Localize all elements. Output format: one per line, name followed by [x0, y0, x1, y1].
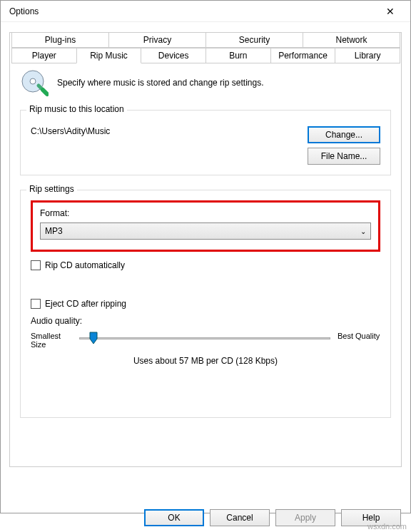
checkbox-icon — [31, 260, 41, 270]
quality-slider[interactable] — [79, 334, 330, 346]
dialog-buttons: OK Cancel Apply Help — [144, 509, 401, 526]
window-title: Options — [6, 6, 376, 16]
header-text: Specify where music is stored and change… — [57, 78, 263, 88]
ok-button[interactable]: OK — [144, 509, 204, 526]
title-bar: Options ✕ — [1, 1, 410, 22]
rip-auto-label: Rip CD automatically — [45, 260, 125, 270]
location-fieldset: Rip music to this location C:\Users\Adit… — [20, 110, 391, 175]
tab-player[interactable]: Player — [11, 48, 77, 63]
format-highlight: Format: MP3 ⌄ — [31, 200, 380, 252]
tab-row-front: Player Rip Music Devices Burn Performanc… — [11, 48, 400, 63]
tab-security[interactable]: Security — [206, 32, 303, 48]
tab-burn[interactable]: Burn — [206, 48, 271, 63]
checkbox-icon — [31, 299, 41, 309]
smallest-label: Smallest Size — [31, 332, 72, 349]
location-path: C:\Users\Adity\Music — [31, 126, 110, 136]
apply-button[interactable]: Apply — [275, 509, 335, 526]
tab-privacy[interactable]: Privacy — [108, 32, 206, 48]
rip-icon — [20, 68, 49, 97]
settings-fieldset: Rip settings Format: MP3 ⌄ Rip CD automa… — [20, 190, 391, 418]
usage-label: Uses about 57 MB per CD (128 Kbps) — [31, 356, 380, 366]
tab-library[interactable]: Library — [335, 48, 400, 63]
tab-network[interactable]: Network — [303, 32, 400, 48]
chevron-down-icon: ⌄ — [360, 227, 366, 235]
slider-thumb-icon — [89, 332, 98, 344]
tab-panel: Plug-ins Privacy Security Network Player… — [9, 32, 402, 467]
tab-row-back: Plug-ins Privacy Security Network — [11, 32, 400, 48]
tab-plugins[interactable]: Plug-ins — [11, 32, 109, 48]
svg-point-1 — [30, 78, 36, 84]
eject-label: Eject CD after ripping — [45, 299, 126, 309]
tab-devices[interactable]: Devices — [141, 48, 206, 63]
tab-rip-music[interactable]: Rip Music — [76, 48, 142, 63]
cancel-button[interactable]: Cancel — [210, 509, 270, 526]
watermark: wsxdn.com — [367, 522, 407, 531]
tab-performance[interactable]: Performance — [270, 48, 336, 63]
header-row: Specify where music is stored and change… — [20, 68, 391, 97]
settings-legend: Rip settings — [26, 184, 77, 194]
close-icon[interactable]: ✕ — [376, 1, 405, 21]
eject-checkbox[interactable]: Eject CD after ripping — [31, 299, 380, 309]
format-label: Format: — [40, 208, 371, 218]
location-legend: Rip music to this location — [26, 104, 127, 114]
format-value: MP3 — [45, 226, 63, 236]
rip-auto-checkbox[interactable]: Rip CD automatically — [31, 260, 380, 270]
change-button[interactable]: Change... — [308, 126, 380, 143]
dialog-content: Plug-ins Privacy Security Network Player… — [1, 22, 410, 479]
options-dialog: Options ✕ Plug-ins Privacy Security Netw… — [0, 0, 411, 513]
filename-button[interactable]: File Name... — [308, 148, 380, 165]
best-label: Best Quality — [338, 332, 380, 340]
format-select[interactable]: MP3 ⌄ — [40, 222, 371, 240]
quality-label: Audio quality: — [31, 316, 380, 326]
